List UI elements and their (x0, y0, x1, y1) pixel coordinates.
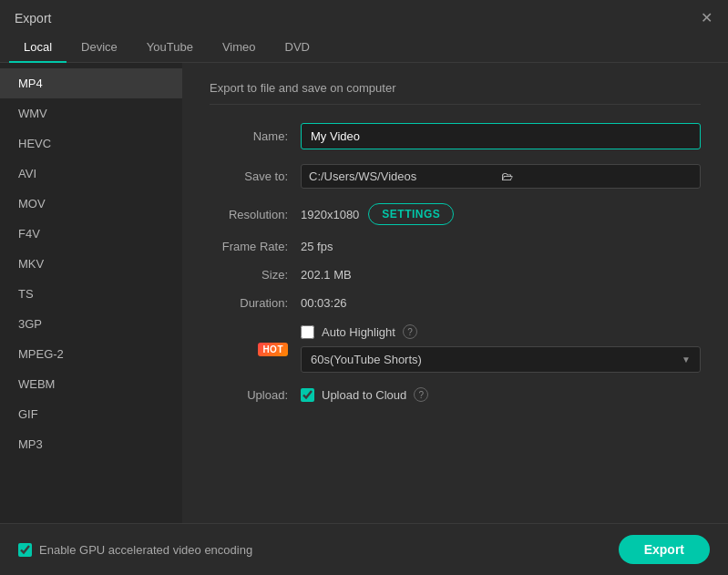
sidebar-item-ts[interactable]: TS (0, 279, 182, 309)
close-button[interactable]: ✕ (699, 11, 713, 26)
resolution-value: 1920x1080 (301, 208, 359, 221)
size-control: 202.1 MB (301, 268, 701, 282)
panel-title: Export to file and save on computer (210, 81, 701, 105)
upload-checkbox-row: Upload to Cloud ? (301, 387, 701, 402)
auto-highlight-checkbox[interactable] (301, 325, 314, 339)
chevron-down-icon: ▼ (682, 354, 691, 365)
tab-youtube[interactable]: YouTube (132, 33, 208, 63)
name-input[interactable] (301, 123, 701, 149)
tab-local[interactable]: Local (9, 33, 67, 63)
name-control (301, 123, 701, 149)
resolution-control: 1920x1080 SETTINGS (301, 203, 701, 225)
sidebar-item-3gp[interactable]: 3GP (0, 309, 182, 339)
settings-button[interactable]: SETTINGS (368, 203, 454, 225)
upload-row: Upload: Upload to Cloud ? (210, 387, 701, 402)
frame-rate-row: Frame Rate: 25 fps (210, 240, 701, 253)
folder-icon[interactable]: 🗁 (501, 169, 693, 183)
title-bar: Export ✕ (0, 0, 728, 33)
sidebar-item-mp4[interactable]: MP4 (0, 68, 182, 98)
sidebar-item-wmv[interactable]: WMV (0, 98, 182, 128)
auto-highlight-checkbox-row: Auto Highlight ? (301, 324, 701, 339)
upload-control: Upload to Cloud ? (301, 387, 701, 402)
upload-label: Upload: (210, 388, 301, 402)
main-panel: Export to file and save on computer Name… (182, 63, 728, 523)
size-value: 202.1 MB (301, 268, 352, 282)
gpu-label: Enable GPU accelerated video encoding (39, 543, 252, 557)
export-button[interactable]: Export (619, 535, 710, 564)
tab-bar: Local Device YouTube Vimeo DVD (0, 33, 728, 63)
save-to-row: Save to: C:/Users/WS/Videos 🗁 (210, 164, 701, 189)
save-to-control: C:/Users/WS/Videos 🗁 (301, 164, 701, 189)
frame-rate-label: Frame Rate: (210, 240, 301, 253)
frame-rate-control: 25 fps (301, 240, 701, 253)
auto-highlight-help-icon[interactable]: ? (403, 324, 417, 339)
tab-dvd[interactable]: DVD (271, 33, 324, 63)
tab-vimeo[interactable]: Vimeo (208, 33, 271, 63)
sidebar-item-avi[interactable]: AVI (0, 159, 182, 189)
path-value: C:/Users/WS/Videos (309, 169, 501, 183)
auto-highlight-row: HOT Auto Highlight ? 60s(YouTube Shorts)… (210, 324, 701, 373)
sidebar-item-mp3[interactable]: MP3 (0, 429, 182, 459)
gpu-row: Enable GPU accelerated video encoding (18, 543, 252, 557)
upload-to-cloud-label: Upload to Cloud (322, 388, 406, 402)
frame-rate-value: 25 fps (301, 240, 333, 253)
auto-highlight-section: Auto Highlight ? 60s(YouTube Shorts) ▼ (301, 324, 701, 373)
duration-value: 00:03:26 (301, 296, 347, 310)
auto-highlight-control: Auto Highlight ? 60s(YouTube Shorts) ▼ (301, 324, 701, 373)
sidebar-item-webm[interactable]: WEBM (0, 369, 182, 399)
path-input[interactable]: C:/Users/WS/Videos 🗁 (301, 164, 701, 189)
duration-row: Duration: 00:03:26 (210, 296, 701, 310)
duration-control: 00:03:26 (301, 296, 701, 310)
resolution-row: Resolution: 1920x1080 SETTINGS (210, 203, 701, 225)
sidebar-item-gif[interactable]: GIF (0, 399, 182, 429)
bottom-bar: Enable GPU accelerated video encoding Ex… (0, 523, 728, 575)
sidebar-item-mkv[interactable]: MKV (0, 249, 182, 279)
save-to-label: Save to: (210, 169, 301, 183)
auto-highlight-spacer: HOT (210, 342, 301, 355)
sidebar-item-f4v[interactable]: F4V (0, 219, 182, 249)
duration-label: Duration: (210, 296, 301, 310)
window-title: Export (15, 11, 51, 26)
sidebar: MP4 WMV HEVC AVI MOV F4V MKV TS 3GP MPEG… (0, 63, 182, 523)
gpu-checkbox[interactable] (18, 543, 32, 557)
content-area: MP4 WMV HEVC AVI MOV F4V MKV TS 3GP MPEG… (0, 63, 728, 523)
export-window: Export ✕ Local Device YouTube Vimeo DVD … (0, 0, 728, 575)
upload-help-icon[interactable]: ? (414, 387, 428, 402)
resolution-label: Resolution: (210, 208, 301, 221)
name-label: Name: (210, 129, 301, 143)
hot-badge: HOT (258, 343, 288, 356)
tab-device[interactable]: Device (67, 33, 132, 63)
sidebar-item-mov[interactable]: MOV (0, 189, 182, 219)
sidebar-item-hevc[interactable]: HEVC (0, 128, 182, 159)
sidebar-item-mpeg2[interactable]: MPEG-2 (0, 339, 182, 369)
auto-highlight-label: Auto Highlight (322, 325, 395, 339)
highlight-dropdown[interactable]: 60s(YouTube Shorts) ▼ (301, 346, 701, 373)
dropdown-value: 60s(YouTube Shorts) (311, 353, 422, 366)
resolution-inner: 1920x1080 SETTINGS (301, 203, 701, 225)
size-label: Size: (210, 268, 301, 282)
size-row: Size: 202.1 MB (210, 268, 701, 282)
upload-to-cloud-checkbox[interactable] (301, 388, 314, 402)
name-row: Name: (210, 123, 701, 149)
